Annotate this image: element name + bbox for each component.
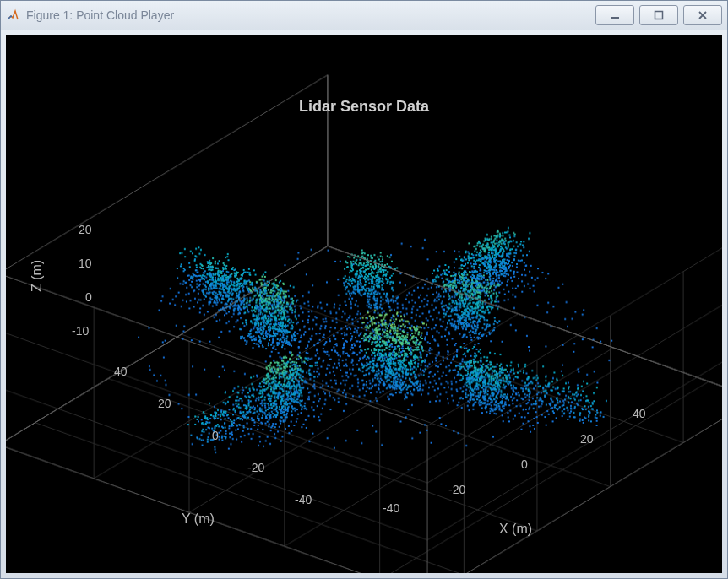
x-tick: -40 bbox=[383, 501, 399, 515]
matlab-icon bbox=[6, 8, 21, 23]
y-axis-label: Y (m) bbox=[182, 511, 215, 527]
minimize-button[interactable] bbox=[595, 5, 634, 25]
y-tick: 20 bbox=[158, 397, 171, 410]
y-tick: 0 bbox=[212, 429, 219, 442]
z-tick: 0 bbox=[85, 290, 92, 304]
x-tick: 20 bbox=[580, 432, 594, 446]
y-tick: -20 bbox=[247, 461, 264, 474]
y-tick: -40 bbox=[295, 493, 312, 506]
z-tick: -10 bbox=[72, 324, 89, 338]
window-controls bbox=[595, 5, 722, 25]
z-tick: 10 bbox=[79, 257, 92, 270]
z-tick: 20 bbox=[79, 223, 92, 236]
window-title: Figure 1: Point Cloud Player bbox=[26, 8, 595, 22]
plot-title: Lidar Sensor Data bbox=[6, 98, 722, 116]
point-cloud-axes[interactable] bbox=[6, 35, 722, 573]
x-tick: 40 bbox=[633, 407, 646, 420]
maximize-button[interactable] bbox=[639, 5, 678, 25]
titlebar[interactable]: Figure 1: Point Cloud Player bbox=[1, 1, 727, 30]
svg-rect-1 bbox=[655, 12, 663, 19]
z-axis-label: Z (m) bbox=[30, 260, 45, 292]
x-axis-label: X (m) bbox=[499, 522, 532, 537]
figure-window: Figure 1: Point Cloud Player Lidar Senso… bbox=[0, 0, 728, 579]
figure-client-area[interactable]: Lidar Sensor Data 20 10 0 -10 Z (m) 40 2… bbox=[6, 35, 722, 573]
y-tick: 40 bbox=[114, 365, 128, 378]
x-tick: -20 bbox=[448, 483, 465, 496]
svg-rect-0 bbox=[611, 17, 619, 19]
x-tick: 0 bbox=[521, 457, 528, 471]
close-button[interactable] bbox=[683, 5, 722, 25]
